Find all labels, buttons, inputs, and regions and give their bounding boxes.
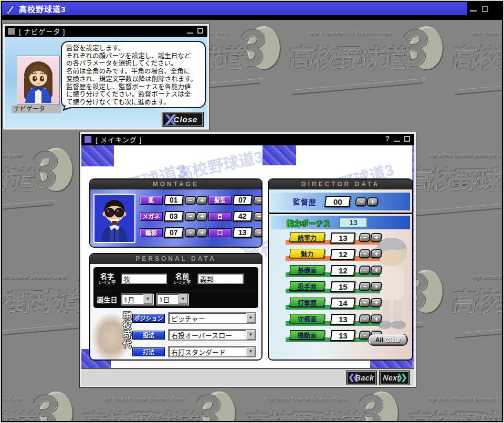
- surname-label-block: 名字 1~4文字: [93, 273, 121, 285]
- close-button[interactable]: Close: [162, 112, 203, 126]
- active-era-label: 現役時代: [120, 311, 132, 361]
- minus-button[interactable]: −: [184, 228, 196, 237]
- minus-button[interactable]: −: [359, 298, 371, 307]
- plus-button[interactable]: +: [370, 233, 382, 242]
- ability-row: 投手面 15 −+: [271, 281, 410, 295]
- screen: { "ui": { "minus": "−", "plus": "+", "he…: [0, 0, 504, 423]
- minus-button[interactable]: −: [253, 212, 262, 221]
- minus-button[interactable]: −: [359, 266, 371, 274]
- firstname-input[interactable]: [197, 273, 244, 284]
- minus-button[interactable]: −: [359, 282, 371, 291]
- montage-param-label: 肌: [140, 196, 163, 205]
- pattern-tile: [262, 145, 296, 165]
- plus-button[interactable]: +: [370, 282, 382, 291]
- background-logo: High School Baseball Simulation Game高校野球…: [81, 387, 254, 421]
- director-history-row: 監督歴 00 −+: [271, 193, 410, 210]
- background-logo: High School Baseball Simulation Game高校野球…: [406, 387, 502, 421]
- montage-param-value: 13: [233, 227, 253, 238]
- plus-button[interactable]: +: [370, 266, 382, 274]
- ability-row: 統率力 13 −+: [271, 232, 410, 246]
- position-dropdown[interactable]: ピッチャー ▼: [168, 312, 256, 324]
- birth-month-dropdown[interactable]: 1月 ▼: [121, 293, 153, 305]
- plus-button[interactable]: +: [196, 212, 208, 221]
- montage-param-value: 42: [233, 211, 253, 221]
- navigator-window: [ ナビゲータ ]: [3, 24, 209, 130]
- montage-param-row: 口 13 −+: [208, 227, 262, 238]
- navigator-titlebar: [ ナビゲータ ]: [5, 26, 207, 37]
- montage-avatar: [93, 194, 135, 243]
- app-icon: [5, 4, 16, 14]
- personal-data-header: PERSONAL DATA: [90, 254, 261, 264]
- minus-button[interactable]: −: [184, 212, 196, 221]
- minus-button[interactable]: −: [359, 314, 371, 323]
- bat-style-dropdown[interactable]: 右打スタンダード ▼: [168, 346, 256, 357]
- minus-button[interactable]: −: [359, 249, 371, 258]
- background-logo: High School Baseball Simulation Game高校野球…: [451, 266, 502, 371]
- director-history-value: 00: [324, 196, 351, 207]
- background-logo: High School Baseball Simulation Game高校野球…: [2, 387, 91, 421]
- ability-value: 13: [330, 314, 356, 325]
- minimize-icon[interactable]: [187, 28, 193, 34]
- birth-day-dropdown[interactable]: 1日 ▼: [156, 293, 188, 305]
- dropdown-arrow-icon[interactable]: ▼: [246, 330, 255, 340]
- maximize-icon[interactable]: [482, 6, 488, 12]
- making-title: [ メイキング ]: [96, 134, 142, 144]
- montage-param-label: メガネ: [140, 212, 163, 221]
- navigator-avatar-label: ナビゲータ: [12, 105, 61, 113]
- ability-row: 基礎面 12 −+: [271, 265, 410, 279]
- birthday-label: 誕生日: [93, 294, 121, 304]
- ability-label: 機動面: [289, 330, 325, 340]
- plus-button[interactable]: +: [370, 249, 382, 258]
- plus-button[interactable]: +: [366, 197, 379, 206]
- ability-value: 13: [330, 232, 356, 244]
- back-button[interactable]: Back: [346, 371, 376, 385]
- dropdown-arrow-icon[interactable]: ▼: [246, 347, 255, 356]
- plus-button[interactable]: +: [370, 314, 382, 323]
- position-row: ポジション ピッチャー ▼: [132, 312, 256, 324]
- dropdown-arrow-icon[interactable]: ▼: [178, 294, 187, 304]
- all-clear-button[interactable]: All Clear: [369, 334, 407, 345]
- minus-button[interactable]: −: [184, 196, 196, 205]
- navigator-title: [ ナビゲータ ]: [19, 26, 65, 36]
- maximize-icon[interactable]: [197, 28, 203, 34]
- main-window-title: 高校野球道3: [19, 3, 66, 14]
- plus-button[interactable]: +: [196, 196, 208, 205]
- minus-button[interactable]: −: [253, 228, 262, 237]
- ability-value: 15: [330, 281, 356, 292]
- making-bottom-bar: Back Next: [81, 368, 414, 386]
- ability-row: 打撃面 14 −+: [271, 298, 410, 311]
- montage-param-row: 肌 01 −+: [140, 195, 207, 205]
- navigator-avatar: [17, 56, 59, 104]
- ability-row: 守備面 13 −+: [271, 314, 410, 327]
- maximize-icon[interactable]: [404, 136, 410, 142]
- minimize-icon[interactable]: [394, 136, 400, 142]
- next-button[interactable]: Next: [380, 371, 410, 385]
- main-titlebar: 高校野球道3: [2, 2, 502, 15]
- plus-button[interactable]: +: [196, 228, 208, 237]
- dropdown-arrow-icon[interactable]: ▼: [143, 294, 152, 304]
- surname-input[interactable]: [121, 273, 167, 284]
- background-logo: High School Baseball Simulation Game高校野球…: [2, 144, 91, 249]
- position-value: ピッチャー: [169, 313, 246, 323]
- all-clear-label-dark: All: [375, 336, 383, 344]
- dropdown-arrow-icon[interactable]: ▼: [246, 313, 255, 323]
- montage-header: MONTAGE: [90, 179, 261, 189]
- birth-day-value: 1日: [157, 294, 178, 304]
- ability-label: 打撃面: [289, 298, 325, 307]
- position-label: ポジション: [132, 314, 165, 323]
- bat-style-row: 打法 右打スタンダード ▼: [132, 346, 256, 357]
- pattern-tile: [81, 145, 114, 166]
- ability-bonus-value: 13: [339, 217, 368, 228]
- ability-value: 14: [330, 298, 356, 309]
- pitch-style-dropdown[interactable]: 右投オーバースロー ▼: [168, 329, 256, 341]
- minus-button[interactable]: −: [359, 233, 371, 242]
- plus-button[interactable]: +: [370, 298, 382, 307]
- help-icon[interactable]: ?: [385, 136, 390, 142]
- montage-param-value: 01: [164, 195, 184, 205]
- window-square-icon: [85, 136, 91, 143]
- minus-button[interactable]: −: [355, 197, 367, 206]
- minus-button[interactable]: −: [253, 196, 262, 205]
- director-data-panel: DIRECTOR DATA 監督歴 00 −+: [268, 178, 413, 361]
- minimize-icon[interactable]: [470, 6, 477, 12]
- background-logo: High School Baseball Simulation Game高校野球…: [288, 22, 461, 127]
